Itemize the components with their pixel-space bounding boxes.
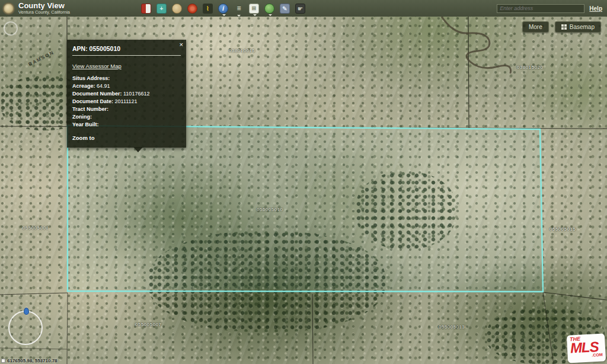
pan-globe-icon[interactable] xyxy=(172,4,182,14)
chevron-down-icon xyxy=(237,15,241,17)
help-link[interactable]: Help xyxy=(589,5,602,12)
field-label: Tract Number: xyxy=(72,106,108,112)
parcel-label: 055005008 xyxy=(23,225,49,231)
web-globe-icon[interactable] xyxy=(264,4,274,14)
target-icon[interactable] xyxy=(187,4,197,14)
more-button-label: More xyxy=(529,24,542,30)
field-situs-address: Situs Address: xyxy=(72,75,181,82)
boundary-line xyxy=(312,294,313,364)
puzzle-icon[interactable]: + xyxy=(156,4,167,14)
popup-pointer-tail xyxy=(133,147,143,152)
parcel-label: 055005013 xyxy=(439,324,465,330)
identify-popup: × APN: 055005010 View Assessor Map Situs… xyxy=(67,40,186,148)
field-tract-number: Tract Number: xyxy=(72,106,181,113)
field-label: Document Number: xyxy=(72,91,122,97)
dirt-road-path xyxy=(442,17,511,74)
app-header: County View Ventura County, California +… xyxy=(0,0,607,17)
boundary-line xyxy=(0,348,67,349)
field-value: 110176612 xyxy=(123,91,149,97)
basemap-button[interactable]: Basemap xyxy=(555,21,601,33)
parcel-label: 038010015 xyxy=(229,48,255,53)
app-titlebox: County View Ventura County, California xyxy=(18,2,70,15)
field-year-built: Year Built: xyxy=(72,121,181,129)
coordinate-text: 6176505.98, 553710.78 xyxy=(7,358,57,363)
mls-watermark: THE MLS .COM xyxy=(567,333,606,363)
basemap-button-label: Basemap xyxy=(570,24,595,30)
book-icon[interactable] xyxy=(141,4,151,14)
boundary-line xyxy=(0,293,68,295)
pan-compass-ring[interactable] xyxy=(8,311,43,345)
field-value: 64.91 xyxy=(97,83,110,89)
boundary-line xyxy=(67,293,68,364)
parcel-label: 055005015 xyxy=(550,226,576,232)
popup-divider xyxy=(72,55,181,56)
parcel-label: 055005007 xyxy=(135,322,162,327)
popup-apn-title: APN: 055005010 xyxy=(72,45,181,52)
coordinate-icon xyxy=(1,359,5,363)
mls-watermark-line2: MLS xyxy=(570,341,602,355)
print-icon[interactable]: ▤ xyxy=(249,4,259,14)
coordinate-readout: 6176505.98, 553710.78 xyxy=(1,358,57,363)
county-view-app: 038010015 038015020 055005010 055005008 … xyxy=(0,0,607,364)
field-document-number: Document Number: 110176612 xyxy=(72,90,181,98)
chevron-down-icon xyxy=(222,14,226,16)
more-button[interactable]: More xyxy=(522,21,549,33)
field-label: Zoning: xyxy=(72,114,92,120)
view-assessor-map-link[interactable]: View Assessor Map xyxy=(72,63,122,69)
toolbar: + ⌇ i ≡ ▤ ✎ ☛ xyxy=(141,4,305,14)
field-value: 20111121 xyxy=(115,98,138,104)
field-document-date: Document Date: 20111121 xyxy=(72,98,181,106)
field-label: Situs Address: xyxy=(72,75,110,81)
search-input[interactable] xyxy=(497,4,584,13)
legend-list-icon[interactable]: ≡ xyxy=(234,4,244,14)
basemap-grid-icon xyxy=(561,24,567,30)
parcel-label: 055005010 xyxy=(257,207,283,212)
map-button-row: More Basemap xyxy=(522,21,601,33)
field-zoning: Zoning: xyxy=(72,113,181,121)
parcel-label: 038015020 xyxy=(517,65,544,70)
field-label: Acreage: xyxy=(72,83,95,89)
county-seal-logo xyxy=(2,2,15,15)
zoom-to-button[interactable]: Zoom to xyxy=(72,135,94,141)
zoom-control-ring[interactable] xyxy=(4,21,18,36)
boundary-line xyxy=(543,292,554,364)
hydrant-icon[interactable]: ⌇ xyxy=(203,4,213,14)
app-subtitle: Ventura County, California xyxy=(18,10,70,15)
app-title: County View xyxy=(18,2,70,10)
identify-info-icon[interactable]: i xyxy=(218,4,228,14)
swipe-hand-icon[interactable]: ☛ xyxy=(295,4,305,14)
field-label: Document Date: xyxy=(72,98,113,104)
chevron-down-icon xyxy=(253,14,257,16)
close-icon[interactable]: × xyxy=(180,41,183,48)
chevron-down-icon xyxy=(269,14,272,16)
tools-icon[interactable]: ✎ xyxy=(280,4,290,14)
field-acreage: Acreage: 64.91 xyxy=(72,82,181,90)
header-right: Help xyxy=(497,4,607,13)
location-pin-icon xyxy=(24,308,29,315)
boundary-line xyxy=(543,292,607,300)
field-label: Year Built: xyxy=(72,122,99,127)
